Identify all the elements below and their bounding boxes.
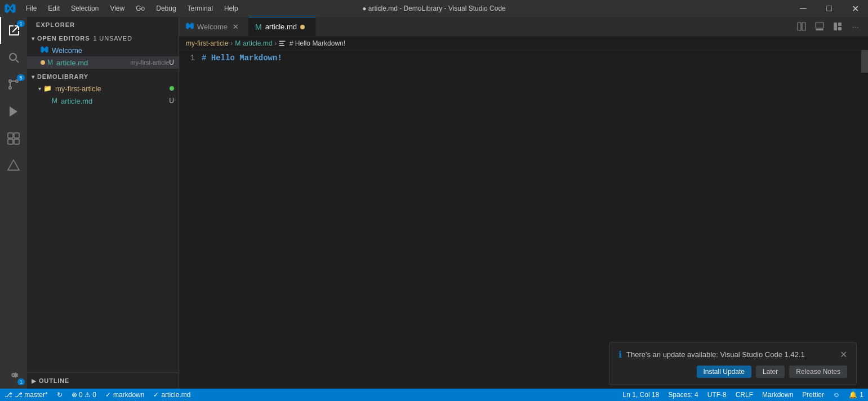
notification-status[interactable]: 🔔 1 (844, 389, 868, 401)
sync-icon: ↻ (57, 391, 63, 399)
source-control-activity-icon[interactable]: 5 (0, 71, 27, 98)
article-file-item-tree[interactable]: M article.md U (27, 95, 179, 107)
more-actions-button[interactable]: ··· (848, 19, 863, 34)
notification-close-button[interactable]: ✕ (840, 349, 847, 360)
code-line-1: # Hello Markdown! (202, 52, 868, 64)
folder-label: my-first-article (55, 84, 170, 93)
accounts-activity-icon[interactable] (0, 152, 27, 179)
notification-info-icon: ℹ (618, 349, 622, 360)
open-editors-section[interactable]: ▾ OPEN EDITORS 1 UNSAVED (27, 33, 179, 44)
notification-count: 1 (860, 391, 863, 399)
svg-rect-10 (8, 139, 13, 144)
breadcrumb-sep-2: › (274, 39, 277, 47)
encoding-status[interactable]: UTF-8 (703, 389, 731, 401)
svg-rect-13 (798, 23, 801, 30)
svg-rect-18 (838, 23, 842, 26)
breadcrumb-folder[interactable]: my-first-article (186, 39, 228, 47)
maximize-button[interactable]: □ (816, 0, 842, 17)
sidebar: EXPLORER ▾ OPEN EDITORS 1 UNSAVED Welcom… (27, 17, 179, 389)
debug-activity-icon[interactable] (0, 98, 27, 125)
tab-bar: Welcome ✕ M article.md ··· (179, 17, 868, 37)
more-actions-icon: ··· (853, 23, 859, 31)
settings-badge: 1 (17, 378, 25, 385)
window-title: ● article.md - DemoLibrary - Visual Stud… (362, 5, 505, 12)
later-button[interactable]: Later (756, 366, 785, 378)
notification-buttons: Install Update Later Release Notes (618, 366, 847, 378)
tab-actions: ··· (794, 17, 868, 36)
menu-help[interactable]: Help (219, 2, 244, 15)
checkmark-icon: ✓ (105, 391, 111, 399)
split-editor-button[interactable] (794, 19, 809, 34)
outline-label: OUTLINE (39, 377, 69, 384)
svg-rect-11 (14, 139, 19, 144)
error-warning-status[interactable]: ⊗ 0 ⚠ 0 (67, 389, 101, 401)
breadcrumb-file[interactable]: article.md (243, 39, 272, 47)
article-file-item-editors[interactable]: M article.md my-first-article U (27, 56, 179, 69)
article-file-label: article.md (56, 59, 128, 67)
menu-terminal[interactable]: Terminal (182, 2, 219, 15)
menu-go[interactable]: Go (130, 2, 150, 15)
menu-view[interactable]: View (104, 2, 130, 15)
eol-status[interactable]: CRLF (731, 389, 758, 401)
settings-activity-icon[interactable]: 1 (0, 362, 27, 389)
outline-chevron: ▶ (32, 378, 37, 384)
scrollbar[interactable] (861, 50, 868, 389)
notification-icon: 🔔 (849, 391, 857, 399)
article-unsaved-badge: U (169, 59, 174, 66)
ln-col-label: Ln 1, Col 18 (623, 391, 660, 399)
spaces-status[interactable]: Spaces: 4 (664, 389, 702, 401)
welcome-file-item[interactable]: Welcome (27, 44, 179, 56)
status-bar-right: Ln 1, Col 18 Spaces: 4 UTF-8 CRLF Markdo… (618, 389, 868, 401)
article-check-status[interactable]: ✓ article.md (149, 389, 195, 401)
folder-icon: 📁 (43, 84, 52, 92)
explorer-activity-icon[interactable]: 1 (0, 17, 27, 44)
close-button[interactable]: ✕ (842, 0, 868, 17)
outline-header[interactable]: ▶ OUTLINE (27, 375, 179, 386)
feedback-status[interactable]: ☺ (829, 389, 844, 401)
notification-header: ℹ There's an update available: Visual St… (618, 349, 847, 360)
main-layout: 1 5 1 EXPLORER ▾ OPEN EDIT (0, 17, 868, 389)
menu-debug[interactable]: Debug (150, 2, 181, 15)
menu-file[interactable]: File (20, 2, 42, 15)
markdown-check-status[interactable]: ✓ markdown (101, 389, 149, 401)
svg-rect-21 (279, 43, 284, 44)
folder-chevron: ▾ (38, 86, 41, 92)
spaces-label: Spaces: 4 (668, 391, 698, 399)
welcome-tab[interactable]: Welcome ✕ (179, 17, 248, 36)
article-tab-label: article.md (265, 23, 297, 31)
minimize-button[interactable]: ─ (790, 0, 816, 17)
article-tree-label: article.md (61, 97, 169, 105)
menu-selection[interactable]: Selection (65, 2, 104, 15)
welcome-tab-close[interactable]: ✕ (231, 21, 241, 32)
menu-edit[interactable]: Edit (42, 2, 65, 15)
article-tab[interactable]: M article.md (248, 17, 316, 36)
formatter-status[interactable]: Prettier (798, 389, 829, 401)
my-first-article-folder[interactable]: ▾ 📁 my-first-article (27, 82, 179, 95)
demolibrary-chevron: ▾ (32, 74, 35, 80)
svg-rect-16 (816, 29, 824, 30)
customize-layout-button[interactable] (830, 19, 845, 34)
code-editor[interactable]: # Hello Markdown! (202, 50, 868, 64)
git-branch-status[interactable]: ⎇ ⎇ master* (0, 389, 52, 401)
language-status[interactable]: Markdown (758, 389, 798, 401)
svg-point-4 (9, 80, 11, 82)
sync-status[interactable]: ↻ (52, 389, 67, 401)
outline-section: ▶ OUTLINE (27, 372, 179, 389)
install-update-button[interactable]: Install Update (697, 366, 751, 378)
extensions-activity-icon[interactable] (0, 125, 27, 152)
toggle-panel-button[interactable] (812, 19, 827, 34)
ln-col-status[interactable]: Ln 1, Col 18 (618, 389, 664, 401)
error-warning-label: ⊗ 0 ⚠ 0 (72, 391, 96, 399)
breadcrumb-symbol[interactable]: # Hello Markdown! (279, 39, 345, 47)
demolibrary-section[interactable]: ▾ DEMOLIBRARY (27, 69, 179, 82)
markdown-file-icon: M (47, 59, 53, 66)
svg-rect-17 (834, 23, 837, 30)
release-notes-button[interactable]: Release Notes (789, 366, 847, 378)
editor-content[interactable]: 1 # Hello Markdown! (179, 50, 868, 389)
vscode-file-icon (41, 46, 48, 55)
svg-rect-15 (816, 23, 824, 28)
search-activity-icon[interactable] (0, 44, 27, 71)
breadcrumb: my-first-article › M article.md › # Hell… (179, 37, 868, 50)
line-numbers: 1 (179, 50, 202, 64)
article-tree-badge: U (169, 97, 174, 105)
